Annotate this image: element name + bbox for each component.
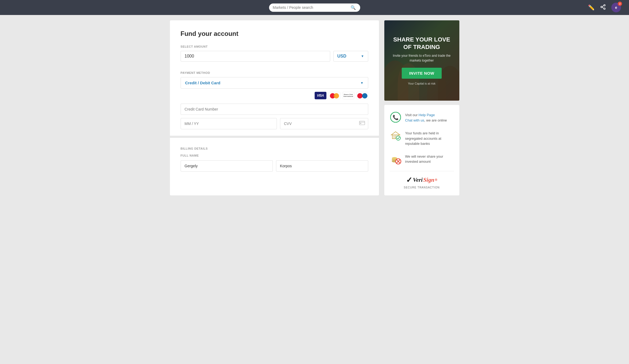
coins-no-share-icon [390,153,401,165]
chat-link[interactable]: Chat with us [405,118,425,122]
notification-badge: 2 [618,2,622,6]
capital-risk-text: Your Capital is at risk [390,82,454,85]
search-input[interactable] [273,5,351,10]
share-icon[interactable] [600,4,606,11]
help-info-item: 📞 Visit our Help Page Chat with us, we a… [390,111,454,123]
bank-icon [390,130,401,141]
coins-info-item: We will never share your invested amount [390,153,454,165]
banner-content: SHARE YOUR LOVE OF TRADING Invite your f… [390,36,454,85]
first-name-input[interactable] [181,160,273,172]
banner-subtitle: Invite your friends to eToro and trade t… [390,53,454,63]
svg-marker-11 [391,132,400,135]
mastercard-logo [329,92,340,99]
maestro-logo [356,92,368,99]
amount-input[interactable] [181,51,330,62]
svg-point-15 [396,136,400,140]
cvv-input[interactable] [280,118,368,129]
secure-transaction-label: SECURE TRANSACTION [390,186,454,189]
billing-label: BILLING DETAILS [181,147,368,150]
page-title: Fund your account [181,30,368,37]
payment-section: PAYMENT METHOD Credit / Debit Card ▼ VIS… [181,71,368,129]
search-wrapper[interactable]: 🔍 [269,3,360,12]
amount-section: SELECT AMOUNT USD ▼ [181,45,368,62]
right-panel: SHARE YOUR LOVE OF TRADING Invite your f… [384,20,459,195]
fund-form-panel: Fund your account SELECT AMOUNT USD ▼ PA… [170,20,379,195]
topbar-right-icons: ✏️ e 2 [588,3,621,12]
payment-label: PAYMENT METHOD [181,71,368,74]
invite-banner: SHARE YOUR LOVE OF TRADING Invite your f… [384,20,459,101]
help-page-link[interactable]: Help Page [419,113,435,117]
card-logos: VISA Diners ClubInternational [181,92,368,99]
phone-icon: 📞 [390,111,401,123]
svg-rect-12 [393,135,394,138]
visa-logo: VISA [315,92,326,99]
payment-method-dropdown[interactable]: Credit / Debit Card ▼ [181,77,368,89]
info-card: 📞 Visit our Help Page Chat with us, we a… [384,105,459,195]
svg-line-4 [602,5,604,6]
topbar: 🔍 ✏️ e 2 [0,0,629,15]
amount-row: USD ▼ [181,51,368,62]
last-name-input[interactable] [276,160,368,172]
svg-point-19 [392,157,397,159]
coins-info-text: We will never share your invested amount [405,153,454,164]
main-container: Fund your account SELECT AMOUNT USD ▼ PA… [127,15,502,201]
banner-title: SHARE YOUR LOVE OF TRADING [390,36,454,51]
cvv-card-icon [359,121,365,127]
verisign-logo: ✓ VeriSign® [406,176,437,184]
avatar[interactable]: e 2 [611,3,621,12]
currency-dropdown[interactable]: USD ▼ [333,51,368,62]
cvv-wrapper [280,118,368,129]
currency-value: USD [337,54,347,59]
pencil-icon[interactable]: ✏️ [588,4,595,11]
svg-rect-7 [360,123,361,124]
help-info-text: Visit our Help Page Chat with us, we are… [405,111,447,123]
card-expiry-cvv-row [181,118,368,129]
bank-info-text: Your funds are held in segregated accoun… [405,130,454,146]
card-number-input[interactable] [181,104,368,115]
section-divider [170,136,379,138]
invite-now-button[interactable]: INVITE NOW [402,68,442,79]
search-button[interactable]: 🔍 [351,5,356,10]
bank-info-item: Your funds are held in segregated accoun… [390,130,454,146]
expiry-input[interactable] [181,118,277,129]
name-row [181,160,368,172]
verisign-section: ✓ VeriSign® SECURE TRANSACTION [390,171,454,189]
svg-text:📞: 📞 [393,115,399,120]
currency-arrow-icon: ▼ [361,54,364,58]
payment-method-value: Credit / Debit Card [185,81,221,85]
amount-label: SELECT AMOUNT [181,45,368,48]
full-name-label: FULL NAME [181,154,368,157]
billing-section: BILLING DETAILS FULL NAME [181,144,368,172]
payment-arrow-icon: ▼ [360,81,364,85]
svg-line-3 [602,7,604,8]
diners-logo: Diners ClubInternational [343,92,354,99]
